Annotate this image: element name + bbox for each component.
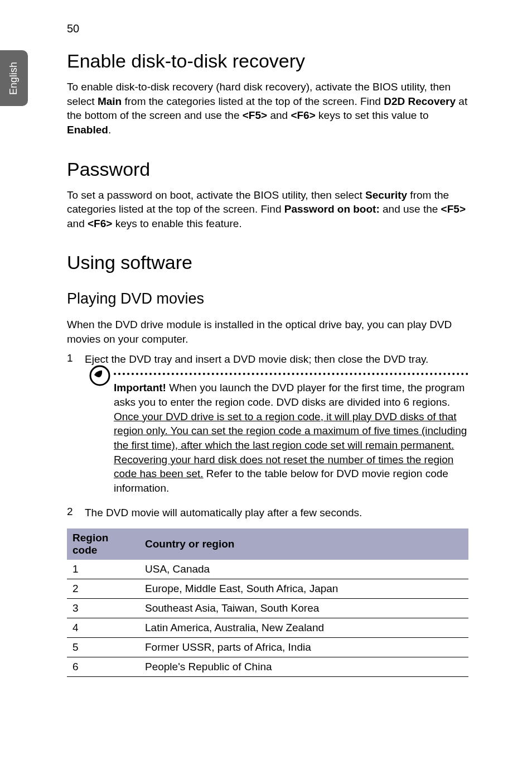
list-item: 2 The DVD movie will automatically play … — [67, 506, 468, 520]
page-number: 50 — [67, 22, 79, 35]
main-content: Enable disk-to-disk recovery To enable d… — [67, 50, 468, 677]
table-cell: Former USSR, parts of Africa, India — [139, 638, 468, 657]
table-cell: 5 — [67, 638, 139, 657]
note-text: Important! When you launch the DVD playe… — [114, 381, 468, 495]
text-bold: Main — [98, 95, 122, 107]
table-header: Region code — [67, 528, 139, 560]
table-cell: Southeast Asia, Taiwan, South Korea — [139, 599, 468, 618]
text: keys to enable this feature. — [112, 218, 241, 229]
heading-using-software: Using software — [67, 252, 468, 273]
step-number: 2 — [67, 506, 85, 520]
text-bold: Password on boot: — [284, 203, 380, 215]
table-row: 3 Southeast Asia, Taiwan, South Korea — [67, 599, 468, 618]
step-text: The DVD movie will automatically play af… — [85, 506, 362, 520]
text-bold: <F6> — [291, 109, 315, 121]
table-header: Country or region — [139, 528, 468, 560]
region-code-table: Region code Country or region 1 USA, Can… — [67, 528, 468, 677]
text: keys to set this value to — [316, 109, 429, 121]
table-row: 5 Former USSR, parts of Africa, India — [67, 638, 468, 657]
text: and use the — [380, 203, 441, 215]
table-cell: People's Republic of China — [139, 657, 468, 677]
note-block: Important! When you launch the DVD playe… — [89, 373, 468, 495]
table-cell: 4 — [67, 618, 139, 638]
step-text: Eject the DVD tray and insert a DVD movi… — [85, 352, 428, 367]
info-icon — [89, 365, 110, 388]
heading-enable-d2d: Enable disk-to-disk recovery — [67, 50, 468, 72]
table-cell: 3 — [67, 599, 139, 618]
table-cell: 1 — [67, 560, 139, 579]
table-row: 4 Latin America, Australia, New Zealand — [67, 618, 468, 638]
text-bold: Security — [365, 189, 407, 201]
table-cell: Latin America, Australia, New Zealand — [139, 618, 468, 638]
text-bold: <F5> — [441, 203, 466, 215]
text: . — [108, 124, 111, 136]
text: and — [67, 218, 88, 229]
text-bold: D2D Recovery — [384, 95, 456, 107]
table-cell: 2 — [67, 579, 139, 599]
note-divider — [114, 373, 468, 375]
text: and — [267, 109, 291, 121]
list-item: 1 Eject the DVD tray and insert a DVD mo… — [67, 352, 468, 367]
text: To set a password on boot, activate the … — [67, 189, 365, 201]
text-bold: Enabled — [67, 124, 108, 136]
text: from the categories listed at the top of… — [122, 95, 384, 107]
step-number: 1 — [67, 352, 85, 367]
para-password: To set a password on boot, activate the … — [67, 188, 468, 231]
table-cell: Europe, Middle East, South Africa, Japan — [139, 579, 468, 599]
language-label: English — [8, 61, 20, 94]
heading-password: Password — [67, 158, 468, 180]
text-bold: <F6> — [88, 218, 112, 229]
para-dvd-intro: When the DVD drive module is installed i… — [67, 318, 468, 346]
table-row: 1 USA, Canada — [67, 560, 468, 579]
text: When you launch the DVD player for the f… — [114, 382, 465, 408]
language-tab: English — [0, 50, 28, 106]
subheading-playing-dvd: Playing DVD movies — [67, 290, 468, 307]
text-bold: Important! — [114, 382, 166, 393]
table-row: 6 People's Republic of China — [67, 657, 468, 677]
table-cell: 6 — [67, 657, 139, 677]
table-cell: USA, Canada — [139, 560, 468, 579]
table-row: 2 Europe, Middle East, South Africa, Jap… — [67, 579, 468, 599]
text-bold: <F5> — [243, 109, 267, 121]
para-d2d: To enable disk-to-disk recovery (hard di… — [67, 80, 468, 137]
table-header-row: Region code Country or region — [67, 528, 468, 560]
